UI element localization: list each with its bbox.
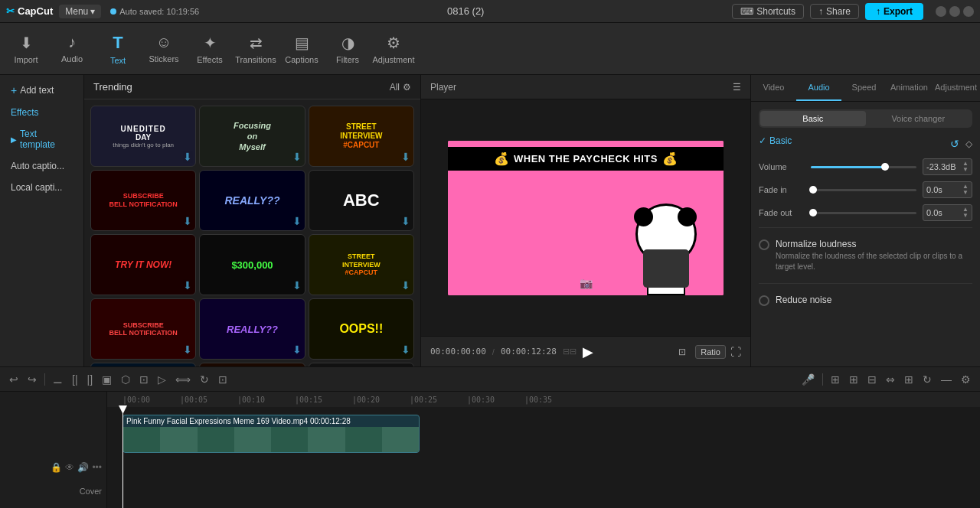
fade-out-down-button[interactable]: ▼ xyxy=(962,213,969,219)
text-card-r2-4[interactable]: SUBSCRIBEBELL NOTIFICATION ⬇ xyxy=(90,298,196,360)
mic-button[interactable]: 🎤 xyxy=(799,372,818,387)
player-menu-icon[interactable]: ☰ xyxy=(733,82,741,93)
split-button[interactable]: ⚊ xyxy=(50,372,66,387)
shield-button[interactable]: ⬡ xyxy=(118,372,133,387)
crop-button[interactable]: ▣ xyxy=(99,372,115,387)
text-card-r3-4[interactable]: USER PATH → ⬇ xyxy=(309,363,414,366)
track-controls-1[interactable]: ⊞ xyxy=(828,372,843,387)
tab-animation[interactable]: Animation xyxy=(887,75,932,101)
add-text-button[interactable]: + Add text xyxy=(5,81,79,99)
tool-effects[interactable]: ✦ Effects xyxy=(187,24,233,73)
tool-adjustment[interactable]: ⚙ Adjustment xyxy=(371,24,416,73)
track-link-button[interactable]: ⇔ xyxy=(883,372,898,387)
track-controls-2[interactable]: ⊞ xyxy=(846,372,861,387)
auto-caption-button[interactable]: Auto captio... xyxy=(5,158,79,174)
fade-in-slider-container[interactable] xyxy=(811,189,916,191)
fade-out-slider[interactable] xyxy=(811,212,916,214)
text-card-3[interactable]: STREETINTERVIEW#CAPCUT ⬇ xyxy=(309,106,414,167)
text-card-r2-5[interactable]: REALLY?? ⬇ xyxy=(199,298,305,360)
keyframe-button[interactable]: ◇ xyxy=(965,138,972,149)
text-card-r2-3[interactable]: STREETINTERVIEW#CAPCUT ⬇ xyxy=(309,234,414,295)
fade-in-thumb[interactable] xyxy=(809,186,817,194)
reset-button[interactable]: ↺ xyxy=(950,138,959,150)
playhead-button[interactable]: ▷ xyxy=(155,372,169,387)
tool-captions[interactable]: ▤ Captions xyxy=(279,24,325,73)
player-controls: 00:00:00:00 / 00:00:12:28 ⊟⊟ ▶ ⊡ Ratio ⛶ xyxy=(421,336,750,366)
reflect-button[interactable]: ⟺ xyxy=(172,372,194,387)
text-card-r2-2[interactable]: $300,000 ⬇ xyxy=(199,234,305,295)
text-card-r2-1[interactable]: TRY IT NOW! ⬇ xyxy=(90,234,196,295)
fade-in-spinners[interactable]: ▲ ▼ xyxy=(962,184,969,196)
export-button[interactable]: ↑ Export xyxy=(865,3,923,20)
rotate-button[interactable]: ↻ xyxy=(197,372,212,387)
undo-button[interactable]: ↩ xyxy=(6,372,21,387)
track-controls-3[interactable]: ⊟ xyxy=(864,372,880,387)
volume-slider-container[interactable] xyxy=(811,166,916,168)
tool-stickers[interactable]: ☺ Stickers xyxy=(141,24,187,73)
volume-spinners[interactable]: ▲ ▼ xyxy=(962,161,969,173)
redo-button[interactable]: ↪ xyxy=(24,372,40,387)
text-card-5[interactable]: REALLY?? ⬇ xyxy=(199,170,305,231)
menu-button[interactable]: Menu ▾ xyxy=(59,5,101,18)
close-button[interactable] xyxy=(963,6,974,17)
play-button[interactable]: ▶ xyxy=(583,344,593,360)
subtab-basic[interactable]: Basic xyxy=(760,111,866,126)
reduce-noise-checkbox[interactable] xyxy=(759,295,769,306)
volume-track-button[interactable]: 🔊 xyxy=(77,462,89,473)
timeline-main[interactable]: |00:00 |00:05 |00:10 |00:15 |00:20 |00:2… xyxy=(107,392,980,508)
tab-adjustment[interactable]: Adjustment xyxy=(932,75,980,101)
local-caption-button[interactable]: Local capti... xyxy=(5,179,79,196)
ratio-button[interactable]: Ratio xyxy=(695,345,726,359)
timeline-settings[interactable]: ⚙ xyxy=(958,372,974,387)
normalize-checkbox[interactable] xyxy=(759,239,769,250)
fade-in-down-button[interactable]: ▼ xyxy=(962,190,969,196)
fade-out-thumb[interactable] xyxy=(809,209,817,217)
volume-value-input[interactable]: -23.3dB ▲ ▼ xyxy=(923,158,972,175)
text-card-r3-2[interactable]: ✈ Arriving in New York ⬇ xyxy=(90,363,196,366)
trim-left-button[interactable]: [| xyxy=(69,372,81,387)
playhead[interactable] xyxy=(122,407,123,508)
tab-audio[interactable]: Audio xyxy=(796,75,841,101)
fade-in-value[interactable]: 0.0s ▲ ▼ xyxy=(923,181,972,198)
volume-slider-thumb[interactable] xyxy=(881,163,889,171)
extend-button[interactable]: ⊡ xyxy=(136,372,152,387)
minimize-button[interactable] xyxy=(936,6,946,17)
effects-nav-button[interactable]: Effects xyxy=(5,104,79,121)
shortcuts-button[interactable]: ⌨ Shortcuts xyxy=(732,4,804,19)
tool-audio[interactable]: ♪ Audio xyxy=(49,24,95,73)
lock-track-button[interactable]: 🔒 xyxy=(51,462,62,473)
text-card-2[interactable]: FocusingonMyself ⬇ xyxy=(199,106,305,167)
volume-down-button[interactable]: ▼ xyxy=(962,167,969,173)
more-track-button[interactable]: ••• xyxy=(92,462,102,473)
tool-transitions[interactable]: ⇄ Transitions xyxy=(233,24,279,73)
all-filter-button[interactable]: All ⚙ xyxy=(390,82,411,93)
fade-out-slider-container[interactable] xyxy=(811,212,916,214)
track-minus-button[interactable]: — xyxy=(938,372,955,387)
tool-text[interactable]: T Text xyxy=(95,24,141,73)
fade-out-spinners[interactable]: ▲ ▼ xyxy=(962,207,969,219)
tab-speed[interactable]: Speed xyxy=(841,75,887,101)
track-loop-button[interactable]: ↻ xyxy=(920,372,935,387)
track-insert-button[interactable]: ⊞ xyxy=(901,372,916,387)
trim-right-button[interactable]: |] xyxy=(84,372,96,387)
text-card-1[interactable]: UNEDITED DAY things didn't go to plan ⬇ xyxy=(90,106,196,167)
zoom-fit-button[interactable]: ⊡ xyxy=(674,345,691,359)
tab-video[interactable]: Video xyxy=(751,75,796,101)
share-button[interactable]: ↑ Share xyxy=(810,4,859,19)
subtab-voice-changer[interactable]: Voice changer xyxy=(866,111,972,126)
maximize-button[interactable] xyxy=(949,6,960,17)
tool-import[interactable]: ⬇ Import xyxy=(3,24,49,73)
fullscreen-button[interactable]: ⛶ xyxy=(730,346,741,358)
text-card-r3-1[interactable]: OOPS!! ⬇ xyxy=(309,298,414,360)
text-card-4[interactable]: SUBSCRIBEBELL NOTIFICATION ⬇ xyxy=(90,170,196,231)
text-card-r3-3[interactable]: 10 BRAZIL ⬇ xyxy=(199,363,305,366)
tool-filters[interactable]: ◑ Filters xyxy=(325,24,371,73)
text-template-nav-button[interactable]: ▶ Text template xyxy=(5,125,79,153)
text-card-abc[interactable]: ABC ⬇ xyxy=(309,170,414,231)
fade-in-slider[interactable] xyxy=(811,189,916,191)
eye-track-button[interactable]: 👁 xyxy=(65,462,74,473)
crop2-button[interactable]: ⊡ xyxy=(215,372,230,387)
volume-slider[interactable] xyxy=(811,166,916,168)
fade-out-value[interactable]: 0.0s ▲ ▼ xyxy=(923,204,972,221)
video-clip[interactable]: Pink Funny Facial Expressions Meme 169 V… xyxy=(122,415,420,453)
